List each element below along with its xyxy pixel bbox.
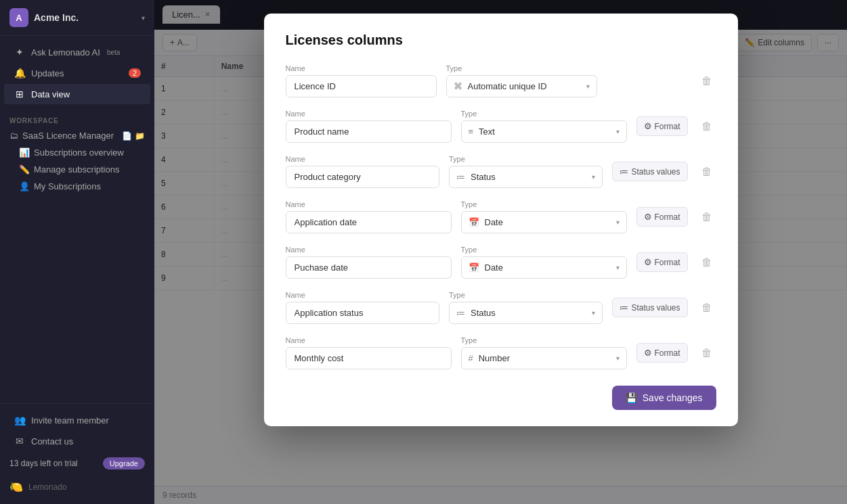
gear-icon: ⚙ <box>644 121 652 131</box>
action-button[interactable]: ≔ Status values <box>612 298 687 317</box>
type-select[interactable]: ⌘ Automatic unique ID ▾ <box>446 75 597 97</box>
modal-column-row-3: Name Type 📅 Date ▾ ⚙ Format 🗑 <box>286 200 716 233</box>
updates-badge: 2 <box>129 68 141 78</box>
type-field-group: Type # Number ▾ <box>461 336 627 369</box>
sidebar: A Acme Inc. ▾ ✦ Ask Lemonado AI beta 🔔 U… <box>0 0 154 504</box>
type-field-group: Type ≔ Status ▾ <box>449 291 603 324</box>
sidebar-item-updates[interactable]: 🔔 Updates 2 <box>4 63 150 83</box>
pencil-icon: ✏️ <box>19 164 30 175</box>
invite-icon: 👥 <box>14 415 26 426</box>
action-button[interactable]: ⚙ Format <box>636 343 688 363</box>
type-value: Automatic unique ID <box>468 81 581 91</box>
modal-column-row-5: Name Type ≔ Status ▾ ≔ Status values 🗑 <box>286 291 716 324</box>
save-icon: 💾 <box>626 392 637 403</box>
workspace-item-label: SaaS Licence Manager <box>22 131 114 141</box>
sidebar-item-saas[interactable]: 🗂 SaaS Licence Manager 📄 📁 <box>0 127 154 144</box>
gear-icon: ⚙ <box>644 257 652 267</box>
chevron-down-icon[interactable]: ▾ <box>142 14 145 22</box>
type-label: Type <box>461 336 627 344</box>
name-input[interactable] <box>286 120 452 143</box>
type-select[interactable]: ≡ Text ▾ <box>461 120 627 143</box>
name-input[interactable] <box>286 347 452 369</box>
modal-column-row-4: Name Type 📅 Date ▾ ⚙ Format 🗑 <box>286 246 716 279</box>
grid-icon: ⊞ <box>14 89 26 99</box>
type-field-group: Type 📅 Date ▾ <box>461 246 627 279</box>
name-input[interactable] <box>286 302 439 324</box>
action-label: Status values <box>631 303 680 313</box>
modal-column-row-1: Name Type ≡ Text ▾ ⚙ Format 🗑 <box>286 110 716 143</box>
chevron-down-icon: ▾ <box>592 309 595 317</box>
delete-column-button[interactable]: 🗑 <box>697 72 716 90</box>
type-icon: # <box>469 353 473 363</box>
sidebar-item-ask-ai[interactable]: ✦ Ask Lemonado AI beta <box>4 42 150 62</box>
modal-column-row-0: Name Type ⌘ Automatic unique ID ▾ 🗑 <box>286 64 716 97</box>
delete-column-button[interactable]: 🗑 <box>697 208 716 226</box>
action-button[interactable]: ⚙ Format <box>636 116 688 136</box>
type-select[interactable]: 📅 Date ▾ <box>461 211 627 233</box>
sidebar-item-label: Data view <box>31 89 70 99</box>
bell-icon: 🔔 <box>14 68 26 78</box>
name-input[interactable] <box>286 211 452 233</box>
sidebar-item-my-subscriptions[interactable]: 👤 My Subscriptions <box>0 178 154 195</box>
delete-column-button[interactable]: 🗑 <box>697 344 716 362</box>
type-select[interactable]: # Number ▾ <box>461 347 627 369</box>
name-field-group: Name <box>286 291 439 324</box>
sidebar-item-label: Invite team member <box>31 415 109 426</box>
type-select[interactable]: ≔ Status ▾ <box>449 302 603 324</box>
upgrade-button[interactable]: Upgrade <box>103 457 145 469</box>
modal-dialog: Licenses columns Name Type ⌘ Automatic u… <box>264 14 738 426</box>
name-field-group: Name <box>286 200 452 233</box>
trial-bar: 13 days left on trial Upgrade <box>0 452 154 475</box>
chevron-down-icon: ▾ <box>616 219 620 226</box>
ai-icon: ✦ <box>14 47 26 58</box>
folder-add-icon[interactable]: 📁 <box>135 131 145 141</box>
type-label: Type <box>461 200 627 208</box>
type-value: Status <box>471 172 586 182</box>
type-label: Type <box>461 110 627 118</box>
name-field-group: Name <box>286 110 452 143</box>
chevron-down-icon: ▾ <box>592 173 595 181</box>
action-button[interactable]: ≔ Status values <box>612 162 687 181</box>
type-icon: ≡ <box>469 127 474 137</box>
company-name: Acme Inc. <box>34 12 136 23</box>
name-label: Name <box>286 336 452 344</box>
action-button[interactable]: ⚙ Format <box>636 252 688 272</box>
workspace-section-label: WORKSPACE <box>0 110 154 127</box>
modal-column-row-6: Name Type # Number ▾ ⚙ Format 🗑 <box>286 336 716 369</box>
action-label: Format <box>655 212 680 222</box>
new-view-icon[interactable]: 📄 <box>122 131 132 141</box>
sidebar-item-contact[interactable]: ✉ Contact us <box>4 431 150 451</box>
workspace-item-label: Manage subscriptions <box>34 164 119 175</box>
action-button[interactable]: ⚙ Format <box>636 207 688 227</box>
sidebar-item-subscriptions-overview[interactable]: 📊 Subscriptions overview <box>0 144 154 161</box>
save-button[interactable]: 💾 Save changes <box>612 386 716 410</box>
type-label: Type <box>449 291 603 299</box>
name-label: Name <box>286 155 439 163</box>
sidebar-bottom: 👥 Invite team member ✉ Contact us 13 day… <box>0 403 154 504</box>
workspace-item-label: Subscriptions overview <box>34 147 124 158</box>
type-value: Status <box>471 308 586 318</box>
lemonado-label: Lemonado <box>28 482 67 492</box>
name-input[interactable] <box>286 166 439 188</box>
trial-text: 13 days left on trial <box>9 459 78 468</box>
delete-column-button[interactable]: 🗑 <box>697 299 716 317</box>
delete-column-button[interactable]: 🗑 <box>697 254 716 271</box>
modal-column-row-2: Name Type ≔ Status ▾ ≔ Status values 🗑 <box>286 155 716 188</box>
name-field-group: Name <box>286 246 452 279</box>
chart-icon: 📊 <box>19 147 30 158</box>
name-input[interactable] <box>286 256 452 279</box>
type-icon: ≔ <box>456 172 465 182</box>
sidebar-header: A Acme Inc. ▾ <box>0 0 154 36</box>
sidebar-item-invite[interactable]: 👥 Invite team member <box>4 410 150 430</box>
name-input[interactable] <box>286 75 437 97</box>
delete-column-button[interactable]: 🗑 <box>697 118 716 135</box>
type-select[interactable]: 📅 Date ▾ <box>461 256 627 279</box>
person-icon: 👤 <box>19 181 30 191</box>
name-field-group: Name <box>286 155 439 188</box>
sidebar-item-manage-subscriptions[interactable]: ✏️ Manage subscriptions <box>0 161 154 178</box>
delete-column-button[interactable]: 🗑 <box>697 163 716 181</box>
sidebar-item-data-view[interactable]: ⊞ Data view <box>4 84 150 104</box>
action-label: Format <box>655 258 680 267</box>
main-content: Licen... ✕ + A... ⇌ relations ✏️ Edit co… <box>154 0 847 504</box>
type-select[interactable]: ≔ Status ▾ <box>449 166 603 188</box>
